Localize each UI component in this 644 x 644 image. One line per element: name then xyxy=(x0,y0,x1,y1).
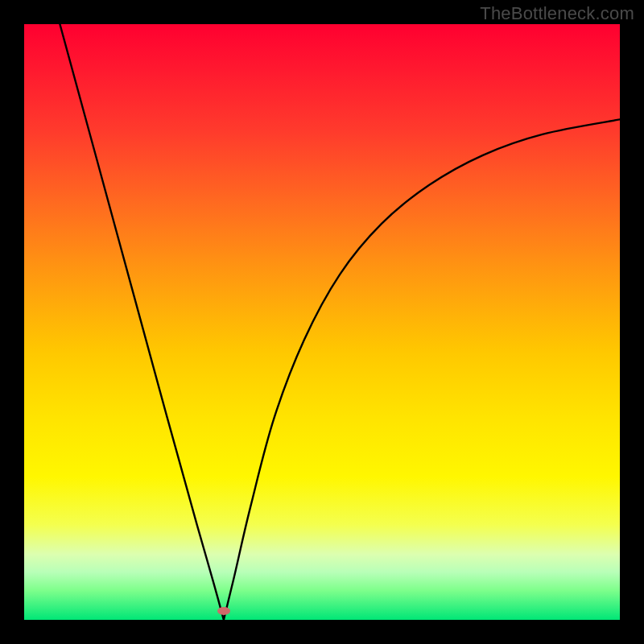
curve-svg xyxy=(24,24,620,620)
watermark-text: TheBottleneck.com xyxy=(480,3,634,24)
bottleneck-curve xyxy=(60,24,620,620)
optimal-point-marker xyxy=(217,607,230,615)
plot-area xyxy=(24,24,620,620)
chart-frame: TheBottleneck.com xyxy=(0,0,644,644)
